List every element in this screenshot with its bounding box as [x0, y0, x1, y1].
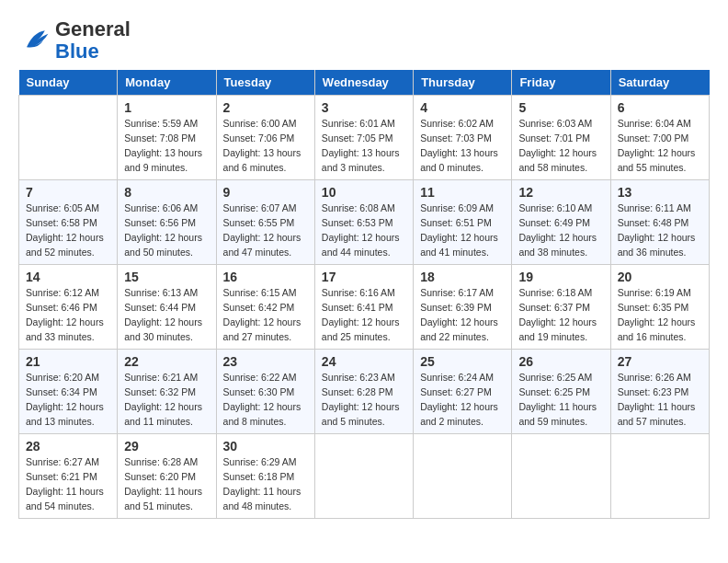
calendar-cell: 5Sunrise: 6:03 AMSunset: 7:01 PMDaylight…	[512, 96, 610, 180]
day-number: 9	[223, 185, 308, 200]
calendar-cell: 15Sunrise: 6:13 AMSunset: 6:44 PMDayligh…	[118, 265, 216, 350]
week-row-4: 21Sunrise: 6:20 AMSunset: 6:34 PMDayligh…	[19, 350, 710, 434]
day-number: 3	[322, 100, 406, 115]
day-info: Sunrise: 6:04 AMSunset: 7:00 PMDaylight:…	[618, 117, 702, 175]
calendar-cell: 22Sunrise: 6:21 AMSunset: 6:32 PMDayligh…	[118, 350, 216, 434]
day-info: Sunrise: 6:07 AMSunset: 6:55 PMDaylight:…	[223, 201, 308, 259]
day-header-thursday: Thursday	[414, 70, 512, 96]
calendar-cell	[414, 434, 512, 519]
calendar-cell: 11Sunrise: 6:09 AMSunset: 6:51 PMDayligh…	[414, 180, 512, 265]
day-info: Sunrise: 6:09 AMSunset: 6:51 PMDaylight:…	[420, 201, 505, 259]
calendar-cell: 17Sunrise: 6:16 AMSunset: 6:41 PMDayligh…	[314, 265, 413, 350]
logo-text-line1: General	[55, 18, 131, 40]
day-number: 18	[420, 270, 505, 284]
calendar-cell: 18Sunrise: 6:17 AMSunset: 6:39 PMDayligh…	[414, 265, 512, 350]
page-header: General Blue	[18, 18, 710, 63]
day-number: 20	[618, 270, 702, 284]
day-header-friday: Friday	[512, 70, 610, 96]
day-number: 15	[124, 270, 209, 284]
calendar-cell: 20Sunrise: 6:19 AMSunset: 6:35 PMDayligh…	[610, 265, 709, 350]
logo-bird-icon	[18, 24, 51, 57]
day-info: Sunrise: 6:13 AMSunset: 6:44 PMDaylight:…	[124, 286, 209, 344]
calendar-cell	[610, 434, 709, 519]
day-info: Sunrise: 6:28 AMSunset: 6:20 PMDaylight:…	[124, 455, 209, 513]
week-row-1: 1Sunrise: 5:59 AMSunset: 7:08 PMDaylight…	[19, 96, 710, 180]
day-info: Sunrise: 6:26 AMSunset: 6:23 PMDaylight:…	[618, 371, 702, 429]
day-info: Sunrise: 5:59 AMSunset: 7:08 PMDaylight:…	[124, 117, 209, 175]
calendar-table: SundayMondayTuesdayWednesdayThursdayFrid…	[18, 70, 710, 519]
day-number: 4	[420, 100, 505, 115]
calendar-cell: 7Sunrise: 6:05 AMSunset: 6:58 PMDaylight…	[19, 180, 118, 265]
day-info: Sunrise: 6:18 AMSunset: 6:37 PMDaylight:…	[518, 286, 603, 344]
day-number: 26	[518, 354, 603, 369]
day-info: Sunrise: 6:11 AMSunset: 6:48 PMDaylight:…	[618, 201, 702, 259]
day-info: Sunrise: 6:10 AMSunset: 6:49 PMDaylight:…	[518, 201, 603, 259]
day-number: 5	[518, 100, 603, 115]
day-info: Sunrise: 6:12 AMSunset: 6:46 PMDaylight:…	[26, 286, 110, 344]
day-number: 22	[124, 354, 209, 369]
day-number: 30	[223, 439, 308, 454]
day-header-saturday: Saturday	[610, 70, 709, 96]
calendar-cell	[512, 434, 610, 519]
day-number: 12	[518, 185, 603, 200]
day-header-wednesday: Wednesday	[314, 70, 413, 96]
day-header-tuesday: Tuesday	[216, 70, 314, 96]
day-info: Sunrise: 6:15 AMSunset: 6:42 PMDaylight:…	[223, 286, 308, 344]
calendar-cell: 12Sunrise: 6:10 AMSunset: 6:49 PMDayligh…	[512, 180, 610, 265]
day-number: 10	[322, 185, 406, 200]
day-info: Sunrise: 6:21 AMSunset: 6:32 PMDaylight:…	[124, 371, 209, 429]
calendar-cell: 26Sunrise: 6:25 AMSunset: 6:25 PMDayligh…	[512, 350, 610, 434]
day-number: 7	[26, 185, 110, 200]
day-info: Sunrise: 6:16 AMSunset: 6:41 PMDaylight:…	[322, 286, 406, 344]
calendar-cell: 6Sunrise: 6:04 AMSunset: 7:00 PMDaylight…	[610, 96, 709, 180]
calendar-cell: 30Sunrise: 6:29 AMSunset: 6:18 PMDayligh…	[216, 434, 314, 519]
day-info: Sunrise: 6:01 AMSunset: 7:05 PMDaylight:…	[322, 117, 406, 175]
day-number: 25	[420, 354, 505, 369]
calendar-cell: 29Sunrise: 6:28 AMSunset: 6:20 PMDayligh…	[118, 434, 216, 519]
day-info: Sunrise: 6:17 AMSunset: 6:39 PMDaylight:…	[420, 286, 505, 344]
calendar-cell: 27Sunrise: 6:26 AMSunset: 6:23 PMDayligh…	[610, 350, 709, 434]
calendar-cell: 19Sunrise: 6:18 AMSunset: 6:37 PMDayligh…	[512, 265, 610, 350]
week-row-3: 14Sunrise: 6:12 AMSunset: 6:46 PMDayligh…	[19, 265, 710, 350]
calendar-cell: 2Sunrise: 6:00 AMSunset: 7:06 PMDaylight…	[216, 96, 314, 180]
day-number: 11	[420, 185, 505, 200]
day-info: Sunrise: 6:05 AMSunset: 6:58 PMDaylight:…	[26, 201, 110, 259]
calendar-cell: 28Sunrise: 6:27 AMSunset: 6:21 PMDayligh…	[19, 434, 118, 519]
days-header-row: SundayMondayTuesdayWednesdayThursdayFrid…	[19, 70, 710, 96]
calendar-cell: 24Sunrise: 6:23 AMSunset: 6:28 PMDayligh…	[314, 350, 413, 434]
day-info: Sunrise: 6:29 AMSunset: 6:18 PMDaylight:…	[223, 455, 308, 513]
week-row-5: 28Sunrise: 6:27 AMSunset: 6:21 PMDayligh…	[19, 434, 710, 519]
day-number: 23	[223, 354, 308, 369]
calendar-cell: 25Sunrise: 6:24 AMSunset: 6:27 PMDayligh…	[414, 350, 512, 434]
day-info: Sunrise: 6:00 AMSunset: 7:06 PMDaylight:…	[223, 117, 308, 175]
day-info: Sunrise: 6:23 AMSunset: 6:28 PMDaylight:…	[322, 371, 406, 429]
logo-text-line2: Blue	[55, 40, 131, 63]
day-number: 19	[518, 270, 603, 284]
day-info: Sunrise: 6:20 AMSunset: 6:34 PMDaylight:…	[26, 371, 110, 429]
day-number: 2	[223, 100, 308, 115]
day-info: Sunrise: 6:03 AMSunset: 7:01 PMDaylight:…	[518, 117, 603, 175]
logo: General Blue	[18, 18, 131, 63]
day-number: 29	[124, 439, 209, 454]
day-info: Sunrise: 6:06 AMSunset: 6:56 PMDaylight:…	[124, 201, 209, 259]
calendar-cell: 8Sunrise: 6:06 AMSunset: 6:56 PMDaylight…	[118, 180, 216, 265]
day-info: Sunrise: 6:08 AMSunset: 6:53 PMDaylight:…	[322, 201, 406, 259]
calendar-cell: 4Sunrise: 6:02 AMSunset: 7:03 PMDaylight…	[414, 96, 512, 180]
day-number: 6	[618, 100, 702, 115]
day-number: 13	[618, 185, 702, 200]
day-info: Sunrise: 6:25 AMSunset: 6:25 PMDaylight:…	[518, 371, 603, 429]
calendar-cell: 13Sunrise: 6:11 AMSunset: 6:48 PMDayligh…	[610, 180, 709, 265]
week-row-2: 7Sunrise: 6:05 AMSunset: 6:58 PMDaylight…	[19, 180, 710, 265]
calendar-cell: 3Sunrise: 6:01 AMSunset: 7:05 PMDaylight…	[314, 96, 413, 180]
calendar-cell	[19, 96, 118, 180]
calendar-cell: 23Sunrise: 6:22 AMSunset: 6:30 PMDayligh…	[216, 350, 314, 434]
day-info: Sunrise: 6:22 AMSunset: 6:30 PMDaylight:…	[223, 371, 308, 429]
day-number: 24	[322, 354, 406, 369]
day-number: 17	[322, 270, 406, 284]
day-number: 14	[26, 270, 110, 284]
calendar-cell	[314, 434, 413, 519]
day-info: Sunrise: 6:27 AMSunset: 6:21 PMDaylight:…	[26, 455, 110, 513]
day-number: 27	[618, 354, 702, 369]
day-number: 8	[124, 185, 209, 200]
day-number: 16	[223, 270, 308, 284]
